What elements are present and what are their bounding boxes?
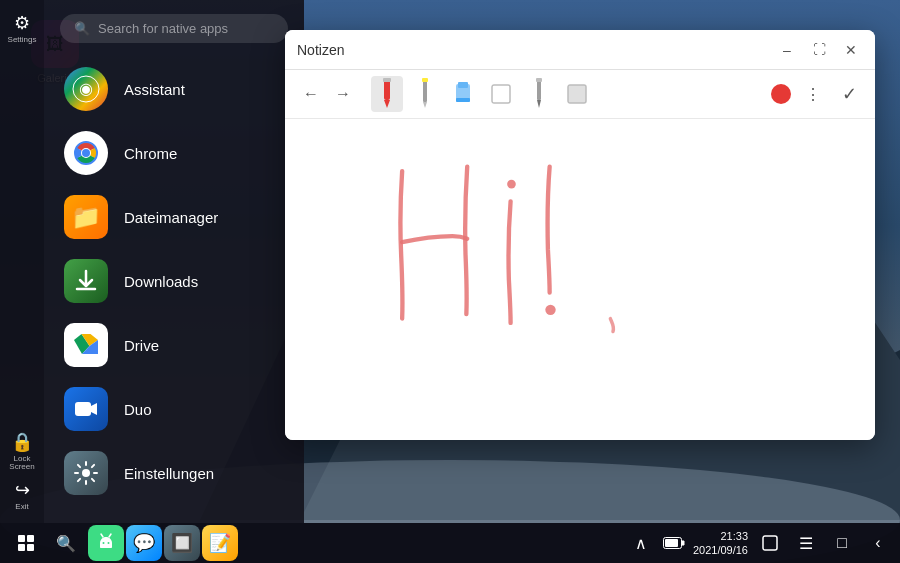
drive-name: Drive — [124, 337, 159, 354]
svg-rect-27 — [492, 85, 510, 103]
taskbar-app-notes[interactable]: 📝 — [202, 525, 238, 561]
app-drawer: 🔍 ◉ Assistant — [44, 0, 304, 523]
search-icon: 🔍 — [74, 21, 90, 36]
settings-icon: ⚙ — [14, 12, 30, 34]
more-button[interactable]: ⋮ — [799, 80, 827, 108]
app-item-einstellungen[interactable]: Einstellungen — [44, 441, 304, 505]
taskbar-app-android[interactable] — [88, 525, 124, 561]
chrome-name: Chrome — [124, 145, 177, 162]
lock-label: Lock Screen — [4, 455, 40, 471]
svg-rect-28 — [537, 80, 541, 100]
sidebar-exit[interactable]: ↩ Exit — [4, 477, 40, 513]
duo-name: Duo — [124, 401, 152, 418]
duo-icon — [64, 387, 108, 431]
taskbar-app-store[interactable]: 🔲 — [164, 525, 200, 561]
app-item-chrome[interactable]: Chrome — [44, 121, 304, 185]
taskbar-chevron-up[interactable]: ∧ — [627, 529, 655, 557]
svg-marker-22 — [423, 102, 427, 108]
svg-rect-25 — [458, 82, 468, 88]
close-button[interactable]: ✕ — [839, 38, 863, 62]
svg-point-17 — [82, 469, 90, 477]
svg-rect-21 — [423, 80, 427, 102]
svg-point-15 — [82, 149, 90, 157]
drive-icon — [64, 323, 108, 367]
left-sidebar: ⚙ Settings 🔒 Lock Screen ↩ Exit — [0, 0, 44, 523]
taskbar-menu[interactable]: ☰ — [792, 529, 820, 557]
search-input[interactable] — [98, 21, 274, 36]
desktop: 🖼 Galerie ⚙ Settings 🔒 Lock Screen ↩ Exi… — [0, 0, 900, 563]
svg-marker-29 — [537, 100, 541, 108]
svg-rect-23 — [422, 78, 428, 82]
window-title: Notizen — [297, 42, 344, 58]
dateimanager-icon: 📁 — [64, 195, 108, 239]
svg-point-38 — [103, 542, 105, 544]
taskbar-home-button[interactable] — [8, 525, 44, 561]
app-item-assistant[interactable]: ◉ Assistant — [44, 57, 304, 121]
sidebar-lock[interactable]: 🔒 Lock Screen — [4, 433, 40, 469]
svg-rect-26 — [456, 98, 470, 102]
sidebar-settings[interactable]: ⚙ Settings — [4, 10, 40, 46]
tool-box[interactable] — [561, 76, 593, 112]
toolbar-nav: ← → — [297, 80, 357, 108]
einstellungen-name: Einstellungen — [124, 465, 214, 482]
record-button[interactable] — [771, 84, 791, 104]
svg-point-39 — [108, 542, 110, 544]
app-item-drive[interactable]: Drive — [44, 313, 304, 377]
taskbar-right: ∧ 21:33 2021/09/16 ☰ □ ‹ — [627, 529, 892, 558]
app-item-duo[interactable]: Duo — [44, 377, 304, 441]
window-toolbar: ← → — [285, 70, 875, 119]
svg-text:◉: ◉ — [79, 80, 93, 97]
app-item-downloads[interactable]: Downloads — [44, 249, 304, 313]
taskbar-apps: 💬 🔲 📝 — [88, 525, 238, 561]
window-controls: – ⛶ ✕ — [775, 38, 863, 62]
drawing-svg — [285, 119, 875, 440]
taskbar-notifications[interactable] — [756, 529, 784, 557]
svg-rect-20 — [383, 78, 391, 82]
redo-button[interactable]: → — [329, 80, 357, 108]
svg-rect-44 — [763, 536, 777, 550]
notizen-window: Notizen – ⛶ ✕ ← → — [285, 30, 875, 440]
svg-line-40 — [101, 534, 103, 537]
tool-marker[interactable] — [371, 76, 403, 112]
svg-point-33 — [545, 305, 555, 315]
taskbar-back[interactable]: ‹ — [864, 529, 892, 557]
svg-rect-36 — [18, 544, 25, 551]
downloads-icon — [64, 259, 108, 303]
assistant-name: Assistant — [124, 81, 185, 98]
taskbar-time: 21:33 2021/09/16 — [693, 529, 748, 558]
window-titlebar: Notizen – ⛶ ✕ — [285, 30, 875, 70]
svg-rect-31 — [568, 85, 586, 103]
taskbar-app-messages[interactable]: 💬 — [126, 525, 162, 561]
canvas-area[interactable] — [285, 119, 875, 440]
svg-rect-18 — [384, 80, 390, 100]
svg-rect-16 — [75, 402, 91, 416]
taskbar-battery — [663, 537, 685, 549]
exit-icon: ↩ — [15, 479, 30, 501]
taskbar-search-button[interactable]: 🔍 — [48, 525, 84, 561]
svg-rect-34 — [18, 535, 25, 542]
taskbar-left: 🔍 — [8, 525, 84, 561]
dateimanager-name: Dateimanager — [124, 209, 218, 226]
tool-pen[interactable] — [523, 76, 555, 112]
minimize-button[interactable]: – — [775, 38, 799, 62]
search-bar[interactable]: 🔍 — [60, 14, 288, 43]
toolbar-right: ⋮ ✓ — [771, 80, 863, 108]
einstellungen-icon — [64, 451, 108, 495]
lock-icon: 🔒 — [11, 431, 33, 453]
check-button[interactable]: ✓ — [835, 80, 863, 108]
tool-square[interactable] — [485, 76, 517, 112]
maximize-button[interactable]: ⛶ — [807, 38, 831, 62]
chrome-icon — [64, 131, 108, 175]
app-item-dateimanager[interactable]: 📁 Dateimanager — [44, 185, 304, 249]
svg-rect-35 — [27, 535, 34, 542]
svg-marker-19 — [384, 100, 390, 108]
svg-rect-43 — [665, 539, 678, 547]
exit-label: Exit — [15, 503, 28, 511]
settings-label: Settings — [8, 36, 37, 44]
assistant-icon: ◉ — [64, 67, 108, 111]
tool-eraser[interactable] — [447, 76, 479, 112]
undo-button[interactable]: ← — [297, 80, 325, 108]
tool-pencil[interactable] — [409, 76, 441, 112]
taskbar-square[interactable]: □ — [828, 529, 856, 557]
downloads-name: Downloads — [124, 273, 198, 290]
